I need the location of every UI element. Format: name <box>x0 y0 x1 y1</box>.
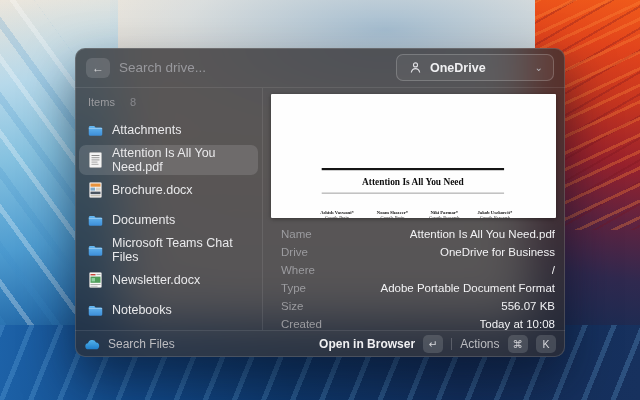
list-item-label: Newsletter.docx <box>112 273 200 287</box>
list-item-teams-chat-files[interactable]: Microsoft Teams Chat Files <box>79 235 258 265</box>
list-item-notebooks[interactable]: Notebooks <box>79 295 258 325</box>
cmd-key-icon: ⌘ <box>508 335 529 353</box>
metadata-row-size: Size 556.07 KB <box>263 297 565 315</box>
k-key-icon: K <box>536 335 556 353</box>
paper-rule-thick <box>322 168 504 170</box>
items-section-header: Items 8 <box>75 94 262 115</box>
metadata-row-where: Where / <box>263 261 565 279</box>
folder-icon <box>87 242 103 258</box>
paper-title: Attention Is All You Need <box>271 176 555 187</box>
drive-selector-dropdown[interactable]: OneDrive ⌄ <box>396 54 554 81</box>
file-list-sidebar: Items 8 Attachments Attention Is All You… <box>75 88 263 330</box>
paper-rule-thin <box>322 193 504 194</box>
items-count: 8 <box>130 96 136 108</box>
list-item-label: Attention Is All You Need.pdf <box>112 146 250 174</box>
list-item-label: Microsoft Teams Chat Files <box>112 236 250 264</box>
metadata-row-type: Type Adobe Portable Document Format <box>263 279 565 297</box>
file-list: Attachments Attention Is All You Need.pd… <box>75 115 262 325</box>
docx-file-icon <box>87 272 103 288</box>
back-arrow-icon: ← <box>92 61 104 75</box>
header: ← OneDrive ⌄ <box>75 48 565 88</box>
footer-divider <box>451 338 452 350</box>
search-input[interactable] <box>119 60 387 75</box>
pdf-file-icon <box>87 152 103 168</box>
list-item-label: Attachments <box>112 123 181 137</box>
onedrive-cloud-icon <box>84 339 100 350</box>
folder-icon <box>87 212 103 228</box>
list-item-newsletter-docx[interactable]: Newsletter.docx <box>79 265 258 295</box>
paper-author: Jakob Uszkoreit* Google Research usz@goo… <box>477 210 512 218</box>
drive-search-window: ← OneDrive ⌄ Items 8 <box>75 48 565 357</box>
metadata-row-drive: Drive OneDrive for Business <box>263 243 565 261</box>
paper-author: Noam Shazeer* Google Brain noam@google.c… <box>374 210 411 218</box>
actions-menu-label[interactable]: Actions <box>460 337 499 351</box>
docx-file-icon <box>87 182 103 198</box>
list-item-label: Notebooks <box>112 303 172 317</box>
metadata-row-name: Name Attention Is All You Need.pdf <box>263 225 565 243</box>
folder-icon <box>87 122 103 138</box>
enter-key-icon[interactable]: ↵ <box>423 335 443 353</box>
paper-author: Niki Parmar* Google Research nikip@googl… <box>424 210 464 218</box>
list-item-documents[interactable]: Documents <box>79 205 258 235</box>
footer-action-bar: Search Files Open in Browser ↵ Actions ⌘… <box>75 330 565 357</box>
document-preview: Attention Is All You Need Ashish Vaswani… <box>263 88 565 222</box>
main-content: Items 8 Attachments Attention Is All You… <box>75 88 565 330</box>
footer-source: Search Files <box>84 337 311 351</box>
back-button[interactable]: ← <box>86 58 110 78</box>
file-metadata: Name Attention Is All You Need.pdf Drive… <box>263 222 565 333</box>
list-item-brochure-docx[interactable]: Brochure.docx <box>79 175 258 205</box>
pdf-page-thumbnail: Attention Is All You Need Ashish Vaswani… <box>271 94 556 218</box>
person-icon <box>407 60 423 76</box>
drive-selector-label: OneDrive <box>430 61 528 75</box>
detail-pane: Attention Is All You Need Ashish Vaswani… <box>263 88 565 330</box>
list-item-label: Documents <box>112 213 175 227</box>
folder-icon <box>87 302 103 318</box>
paper-authors-row-1: Ashish Vaswani* Google Brain avaswani@go… <box>271 210 555 218</box>
paper-author: Ashish Vaswani* Google Brain avaswani@go… <box>313 210 360 218</box>
list-item-attachments[interactable]: Attachments <box>79 115 258 145</box>
chevron-down-icon: ⌄ <box>535 63 543 73</box>
primary-action-label[interactable]: Open in Browser <box>319 337 415 351</box>
list-item-attention-pdf[interactable]: Attention Is All You Need.pdf <box>79 145 258 175</box>
items-label: Items <box>88 96 115 108</box>
list-item-label: Brochure.docx <box>112 183 193 197</box>
footer-source-label: Search Files <box>108 337 175 351</box>
